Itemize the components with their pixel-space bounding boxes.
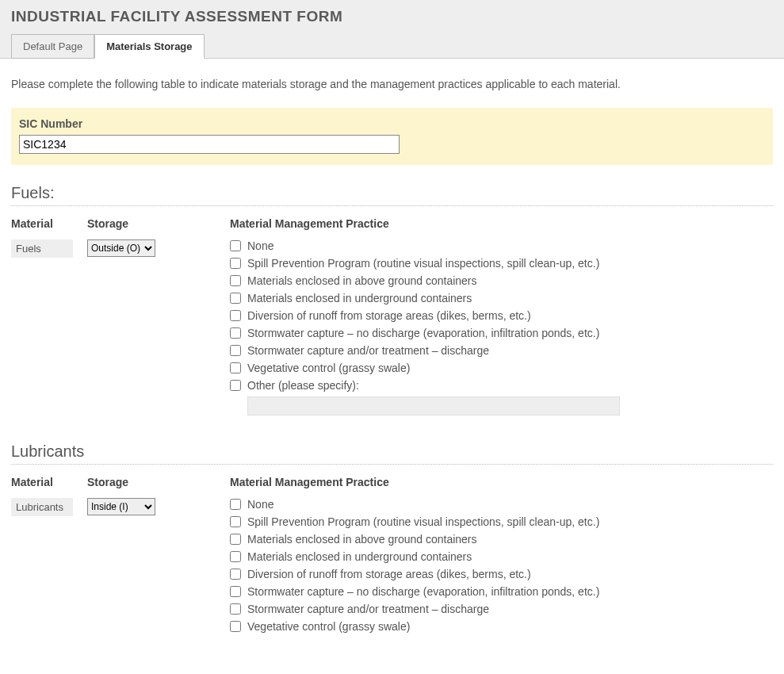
practice-label: Vegetative control (grassy swale) bbox=[247, 362, 410, 374]
practice-label: Stormwater capture – no discharge (evapo… bbox=[247, 327, 599, 339]
material-row: MaterialLubricantsStorageOutside (O)Insi… bbox=[11, 476, 773, 638]
practice-checkbox[interactable] bbox=[230, 380, 241, 391]
practice-checkbox[interactable] bbox=[230, 293, 241, 304]
section-heading: Fuels: bbox=[11, 184, 773, 202]
practice-option: Stormwater capture – no discharge (evapo… bbox=[230, 327, 773, 339]
practice-label: Materials enclosed in above ground conta… bbox=[247, 274, 477, 287]
practice-option: Diversion of runoff from storage areas (… bbox=[230, 568, 773, 580]
practice-label: Materials enclosed in underground contai… bbox=[247, 292, 472, 304]
practice-checkbox[interactable] bbox=[230, 275, 241, 286]
practice-checkbox[interactable] bbox=[230, 258, 241, 269]
intro-text: Please complete the following table to i… bbox=[11, 78, 773, 90]
practice-checkbox[interactable] bbox=[230, 345, 241, 356]
practice-option: Materials enclosed in underground contai… bbox=[230, 292, 773, 304]
practice-label: Spill Prevention Program (routine visual… bbox=[247, 257, 599, 270]
practice-option: Stormwater capture and/or treatment – di… bbox=[230, 603, 773, 615]
divider bbox=[11, 464, 773, 465]
other-specify-input[interactable] bbox=[247, 396, 620, 416]
practice-label: Other (please specify): bbox=[247, 379, 359, 392]
page-title: INDUSTRIAL FACILITY ASSESSMENT FORM bbox=[11, 8, 773, 25]
practice-option: Materials enclosed in above ground conta… bbox=[230, 274, 773, 287]
practice-option: Vegetative control (grassy swale) bbox=[230, 362, 773, 374]
practice-option: Stormwater capture – no discharge (evapo… bbox=[230, 585, 773, 598]
tab-materials-storage[interactable]: Materials Storage bbox=[94, 34, 204, 59]
practice-checkbox[interactable] bbox=[230, 310, 241, 321]
practice-checkbox[interactable] bbox=[230, 240, 241, 251]
practice-label: Diversion of runoff from storage areas (… bbox=[247, 309, 531, 322]
practice-label: Stormwater capture and/or treatment – di… bbox=[247, 344, 489, 357]
practice-checkbox[interactable] bbox=[230, 621, 241, 632]
sic-input[interactable] bbox=[19, 135, 400, 154]
material-name: Lubricants bbox=[11, 498, 73, 516]
practice-option: None bbox=[230, 239, 773, 252]
practice-label: Diversion of runoff from storage areas (… bbox=[247, 568, 531, 580]
practice-option: Stormwater capture and/or treatment – di… bbox=[230, 344, 773, 357]
col-header-practice: Material Management Practice bbox=[230, 476, 773, 488]
practice-label: None bbox=[247, 239, 273, 252]
storage-select[interactable]: Outside (O)Inside (I) bbox=[87, 239, 155, 257]
practice-label: Materials enclosed in above ground conta… bbox=[247, 533, 477, 546]
practice-checkbox[interactable] bbox=[230, 586, 241, 597]
col-header-material: Material bbox=[11, 476, 87, 488]
divider bbox=[11, 205, 773, 206]
practice-option: Diversion of runoff from storage areas (… bbox=[230, 309, 773, 322]
practice-checkbox[interactable] bbox=[230, 551, 241, 562]
practice-label: Stormwater capture and/or treatment – di… bbox=[247, 603, 489, 615]
col-header-practice: Material Management Practice bbox=[230, 217, 773, 230]
practice-checkbox[interactable] bbox=[230, 327, 241, 339]
col-header-material: Material bbox=[11, 217, 87, 230]
col-header-storage: Storage bbox=[87, 217, 230, 230]
practice-label: Vegetative control (grassy swale) bbox=[247, 620, 410, 633]
practice-label: Stormwater capture – no discharge (evapo… bbox=[247, 585, 599, 598]
practice-checkbox[interactable] bbox=[230, 499, 241, 510]
storage-select[interactable]: Outside (O)Inside (I) bbox=[87, 498, 155, 515]
practice-option: Vegetative control (grassy swale) bbox=[230, 620, 773, 633]
tab-bar: Default PageMaterials Storage bbox=[11, 33, 773, 58]
practice-option: Materials enclosed in underground contai… bbox=[230, 550, 773, 563]
practice-checkbox[interactable] bbox=[230, 534, 241, 545]
sic-label: SIC Number bbox=[19, 117, 765, 130]
material-row: MaterialFuelsStorageOutside (O)Inside (I… bbox=[11, 217, 773, 416]
practice-checkbox[interactable] bbox=[230, 362, 241, 373]
practice-option: Materials enclosed in above ground conta… bbox=[230, 533, 773, 546]
tab-default-page[interactable]: Default Page bbox=[11, 34, 94, 59]
practice-option: None bbox=[230, 498, 773, 511]
practice-checkbox[interactable] bbox=[230, 569, 241, 580]
practice-label: Spill Prevention Program (routine visual… bbox=[247, 515, 599, 528]
section-heading: Lubricants bbox=[11, 442, 773, 461]
practice-option: Spill Prevention Program (routine visual… bbox=[230, 257, 773, 270]
col-header-storage: Storage bbox=[87, 476, 230, 488]
practice-label: None bbox=[247, 498, 273, 511]
practice-option: Spill Prevention Program (routine visual… bbox=[230, 515, 773, 528]
practice-label: Materials enclosed in underground contai… bbox=[247, 550, 472, 563]
material-name: Fuels bbox=[11, 239, 73, 258]
practice-option: Other (please specify): bbox=[230, 379, 773, 392]
practice-checkbox[interactable] bbox=[230, 516, 241, 527]
practice-checkbox[interactable] bbox=[230, 603, 241, 615]
sic-block: SIC Number bbox=[11, 108, 773, 165]
